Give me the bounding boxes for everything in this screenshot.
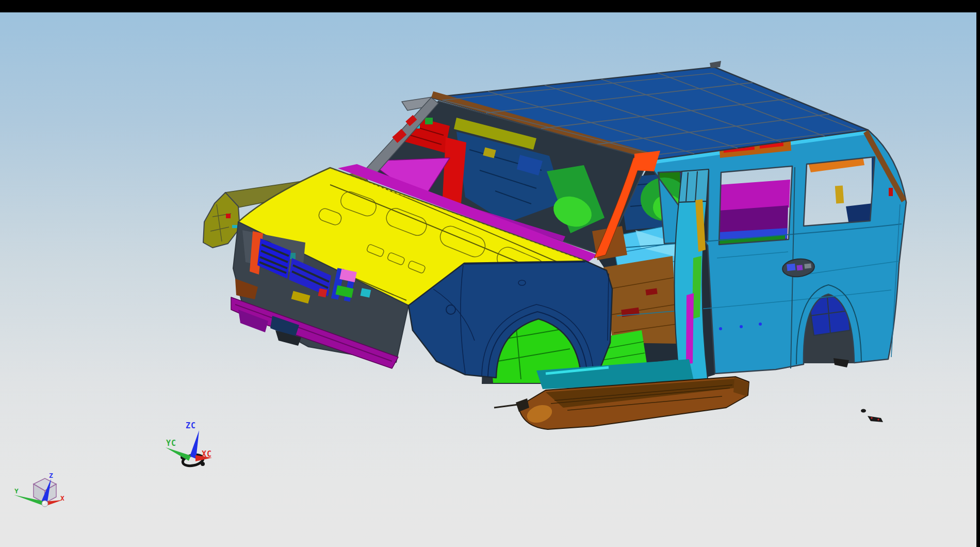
wcs-triad[interactable]: ZC YC XC [166,421,212,468]
loose-part-bar[interactable] [868,416,883,422]
body-in-white-model[interactable] [203,61,906,429]
ledge-red-square [226,214,231,218]
wcs-z-label: ZC [186,421,196,430]
b-pillar-green-insert[interactable] [692,256,701,319]
wcs-x-label: XC [202,449,212,459]
front-red-bit [318,288,327,298]
datum-origin-ball[interactable] [42,501,48,507]
roof-antenna-nub [710,61,721,68]
board-rod [494,405,518,408]
cad-viewport[interactable]: ZC YC XC Z Y X [0,0,980,547]
datum-csys[interactable]: Z Y X [14,472,65,507]
b-pillar-top[interactable] [679,169,709,202]
quarter-window-bracket[interactable] [835,185,844,203]
ledge-cyan-dash [232,225,237,228]
datum-origin-highlight [43,502,45,504]
b-pillar-magenta-insert[interactable] [686,293,694,364]
loose-part-dot[interactable] [861,409,866,413]
loose-part-red-dot [871,417,872,419]
window-right-bar [976,0,980,547]
datum-y-label: Y [14,487,19,495]
wcs-y-label: YC [166,439,176,448]
wcs-y-axis-arrow[interactable] [166,447,191,461]
loose-part-red-dot2 [877,419,879,420]
model-canvas[interactable]: ZC YC XC Z Y X [0,0,980,547]
datum-z-label: Z [49,472,54,479]
rear-edge-red-bit [889,188,893,196]
datum-x-label: X [60,494,65,502]
header-green-bit [425,118,433,124]
wcs-handle-knob2[interactable] [201,462,205,466]
